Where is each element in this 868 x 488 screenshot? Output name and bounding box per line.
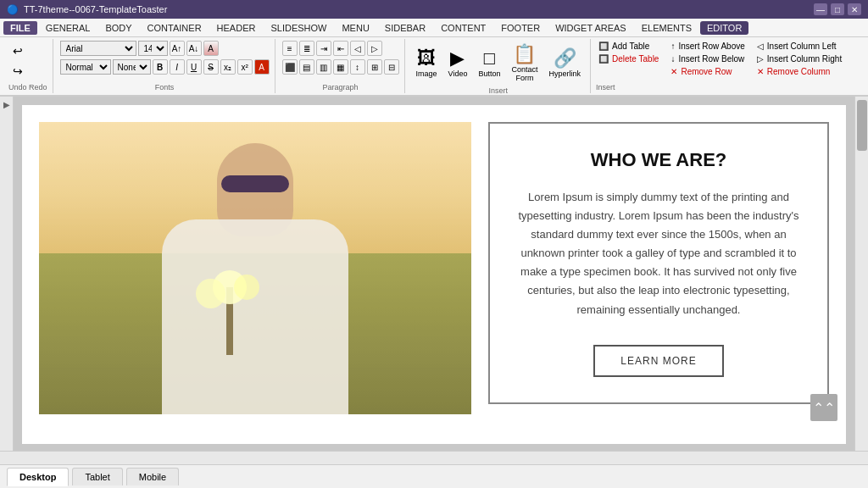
undo-redo-buttons: ↩ ↪ bbox=[8, 41, 47, 81]
insert-video-button[interactable]: ▶ Video bbox=[444, 45, 472, 80]
redo-button[interactable]: ↪ bbox=[8, 62, 27, 80]
status-bar: Desktop Tablet Mobile bbox=[0, 464, 868, 488]
menu-item-content[interactable]: CONTENT bbox=[434, 21, 492, 35]
align-right-btn[interactable]: ▥ bbox=[316, 59, 331, 75]
font-size-select[interactable]: 14 12 16 18 bbox=[138, 41, 168, 56]
menu-item-header[interactable]: HEADER bbox=[210, 21, 263, 35]
align-left-btn[interactable]: ⬛ bbox=[282, 59, 298, 75]
button-label: Button bbox=[478, 69, 500, 78]
indent-btn[interactable]: ⊞ bbox=[367, 59, 382, 75]
align-reduce-btn[interactable]: ◁ bbox=[350, 41, 365, 56]
insert-column-right-btn[interactable]: ▷ Insert Column Right bbox=[754, 53, 844, 64]
workspace: ▶ bbox=[0, 97, 868, 451]
menu-item-elements[interactable]: ELEMENTS bbox=[635, 21, 698, 35]
table-col2: ↑ Insert Row Above ↓ Insert Row Below ✕ … bbox=[668, 41, 747, 81]
font-highlight-button[interactable]: A bbox=[254, 59, 270, 75]
button-icon: □ bbox=[484, 47, 495, 69]
remove-row-btn[interactable]: ✕ Remove Row bbox=[668, 66, 747, 77]
align-justify-btn[interactable]: ▦ bbox=[333, 59, 348, 75]
para-row1: ≡ ≣ ⇥ ⇤ ◁ ▷ bbox=[282, 41, 382, 56]
undo-redo-label: Undo Redo bbox=[8, 81, 47, 92]
font-family-select[interactable]: Arial Times New Roman Verdana bbox=[60, 41, 136, 56]
add-table-btn[interactable]: 🔲 Add Table bbox=[596, 41, 661, 52]
align-increase-btn[interactable]: ▷ bbox=[367, 41, 382, 56]
image-icon: 🖼 bbox=[417, 47, 436, 69]
info-heading: WHO WE ARE? bbox=[591, 149, 727, 171]
insert-buttons: 🖼 Image ▶ Video □ Button 📋 ContactForm 🔗 bbox=[412, 41, 585, 85]
menu-item-file[interactable]: FILE bbox=[3, 21, 37, 35]
menu-item-general[interactable]: GENERAL bbox=[39, 21, 97, 35]
insert-contact-form-button[interactable]: 📋 ContactForm bbox=[507, 41, 542, 85]
info-body-text: Lorem Ipsum is simply dummy text of the … bbox=[515, 188, 802, 319]
font-style-select[interactable]: Normal Bold Italic bbox=[60, 59, 111, 75]
insert-group: 🖼 Image ▶ Video □ Button 📋 ContactForm 🔗 bbox=[407, 39, 591, 93]
undo-redo-group: ↩ ↪ Undo Redo bbox=[3, 39, 53, 93]
insert-row-below-btn[interactable]: ↓ Insert Row Below bbox=[668, 53, 747, 64]
subscript-button[interactable]: x₂ bbox=[220, 59, 236, 75]
delete-table-icon: 🔲 bbox=[598, 54, 609, 64]
ordered-list-btn[interactable]: ≣ bbox=[299, 41, 314, 56]
insert-col-right-label: Insert Column Right bbox=[767, 54, 842, 64]
line-height-btn[interactable]: ↕ bbox=[350, 59, 365, 75]
insert-image-button[interactable]: 🖼 Image bbox=[412, 45, 442, 80]
insert-row-above-btn[interactable]: ↑ Insert Row Above bbox=[668, 41, 747, 52]
add-table-icon: 🔲 bbox=[598, 42, 609, 51]
left-arrow-bar: ▶ bbox=[0, 97, 14, 451]
person-figure bbox=[145, 143, 365, 414]
scrollbar-thumb[interactable] bbox=[857, 100, 867, 151]
indent-more-btn[interactable]: ⇥ bbox=[316, 41, 331, 56]
increase-font-btn[interactable]: A↑ bbox=[170, 41, 185, 56]
italic-button[interactable]: I bbox=[170, 59, 185, 75]
decrease-font-btn[interactable]: A↓ bbox=[186, 41, 202, 56]
remove-column-btn[interactable]: ✕ Remove Column bbox=[754, 66, 844, 77]
insert-label: Insert bbox=[412, 85, 585, 95]
right-scrollbar[interactable] bbox=[854, 97, 868, 451]
superscript-button[interactable]: x² bbox=[237, 59, 253, 75]
left-arrow-icon: ▶ bbox=[3, 100, 10, 109]
canvas-area[interactable]: WHO WE ARE? Lorem Ipsum is simply dummy … bbox=[14, 97, 854, 451]
maximize-button[interactable]: □ bbox=[831, 3, 844, 15]
tab-desktop[interactable]: Desktop bbox=[7, 468, 69, 486]
close-button[interactable]: ✕ bbox=[848, 3, 861, 15]
font-color-btn[interactable]: A bbox=[203, 41, 219, 56]
title-bar: 🔵 TT-7theme--0067-TemplateToaster — □ ✕ bbox=[0, 0, 868, 19]
menu-item-slideshow[interactable]: SLIDESHOW bbox=[264, 21, 333, 35]
insert-hyperlink-button[interactable]: 🔗 Hyperlink bbox=[544, 45, 585, 80]
insert-col-right-icon: ▷ bbox=[757, 54, 764, 64]
unordered-list-btn[interactable]: ≡ bbox=[282, 41, 298, 56]
undo-button[interactable]: ↩ bbox=[8, 42, 27, 60]
menu-item-widget-areas[interactable]: WIDGET AREAS bbox=[548, 21, 633, 35]
insert-button-button[interactable]: □ Button bbox=[474, 45, 504, 80]
bottom-scrollbar[interactable] bbox=[0, 451, 868, 464]
menu-item-sidebar[interactable]: SIDEBAR bbox=[378, 21, 432, 35]
align-center-btn[interactable]: ▤ bbox=[299, 59, 314, 75]
photo-background bbox=[39, 122, 471, 414]
bold-button[interactable]: B bbox=[153, 59, 168, 75]
delete-table-label: Delete Table bbox=[612, 54, 659, 64]
table-group-label: Insert bbox=[596, 81, 868, 92]
font-row2: Normal Bold Italic None B I U S x₂ x² A bbox=[60, 59, 270, 75]
remove-row-label: Remove Row bbox=[681, 67, 732, 76]
tab-mobile[interactable]: Mobile bbox=[126, 468, 179, 485]
fonts-controls: Arial Times New Roman Verdana 14 12 16 1… bbox=[60, 41, 270, 81]
menu-item-body[interactable]: BODY bbox=[98, 21, 138, 35]
menu-item-container[interactable]: CONTAINER bbox=[141, 21, 209, 35]
underline-button[interactable]: U bbox=[186, 59, 202, 75]
font-color-select[interactable]: None bbox=[113, 59, 151, 75]
outdent-btn[interactable]: ⊟ bbox=[384, 59, 399, 75]
minimize-button[interactable]: — bbox=[814, 3, 827, 15]
learn-more-button[interactable]: LEARN MORE bbox=[593, 345, 723, 377]
indent-less-btn[interactable]: ⇤ bbox=[333, 41, 348, 56]
tab-tablet[interactable]: Tablet bbox=[72, 468, 122, 485]
paragraph-group: ≡ ≣ ⇥ ⇤ ◁ ▷ ⬛ ▤ ▥ ▦ ↕ ⊞ ⊟ Paragraph bbox=[277, 39, 405, 93]
menu-item-editor[interactable]: EDITOR bbox=[700, 21, 748, 35]
scroll-to-top-button[interactable]: ⌃⌃ bbox=[810, 394, 837, 421]
strikethrough-button[interactable]: S bbox=[203, 59, 219, 75]
photo-placeholder bbox=[39, 122, 471, 414]
menu-item-footer[interactable]: FOOTER bbox=[494, 21, 547, 35]
menu-item-menu[interactable]: MENU bbox=[335, 21, 376, 35]
window-title: TT-7theme--0067-TemplateToaster bbox=[24, 4, 167, 14]
insert-column-left-btn[interactable]: ◁ Insert Column Left bbox=[754, 41, 844, 52]
delete-table-btn[interactable]: 🔲 Delete Table bbox=[596, 53, 661, 64]
remove-col-label: Remove Column bbox=[767, 67, 830, 76]
